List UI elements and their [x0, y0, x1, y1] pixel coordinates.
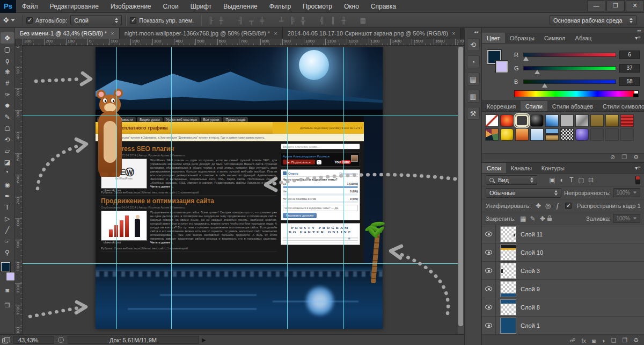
layer-thumbnail[interactable]: [500, 245, 516, 261]
layer-name[interactable]: Слой 11: [521, 231, 543, 238]
layer-row[interactable]: Слой 11: [482, 225, 644, 243]
panel-dock-button[interactable]: ◔: [467, 55, 480, 68]
tool-button[interactable]: ✒: [1, 190, 14, 202]
blend-mode-select[interactable]: Обычные: [486, 188, 561, 198]
vertical-scrollbar[interactable]: [458, 46, 464, 334]
minimize-icon[interactable]: —: [587, 1, 605, 11]
style-swatch[interactable]: [605, 114, 619, 127]
vertical-guide[interactable]: [343, 47, 344, 329]
horizontal-guide[interactable]: [23, 116, 459, 116]
style-swatch[interactable]: [515, 128, 529, 141]
visibility-toggle[interactable]: [482, 225, 496, 243]
layer-filter-icon[interactable]: ⊡: [586, 176, 596, 184]
tab-close-icon[interactable]: ×: [111, 30, 114, 37]
align-icon[interactable]: ╫: [216, 17, 226, 24]
styles-panel-action-icon[interactable]: ⊘: [610, 154, 615, 160]
menu-item[interactable]: Редактирование: [44, 0, 105, 13]
color-value-field[interactable]: 58: [619, 77, 640, 86]
layer-filter-icon[interactable]: ▢: [576, 176, 586, 184]
screen-mode-button[interactable]: ❐: [5, 300, 10, 311]
layer-name[interactable]: Слой 1: [521, 322, 540, 329]
styles-panel-action-icon[interactable]: ♻: [633, 154, 639, 160]
panel-menu-icon[interactable]: ▾≡: [635, 33, 644, 43]
tool-button[interactable]: ✸: [1, 100, 14, 111]
menu-item[interactable]: Слои: [157, 0, 185, 13]
slider-thumb[interactable]: [542, 83, 547, 88]
style-swatch[interactable]: [515, 114, 529, 127]
panel-tab[interactable]: Абзац: [570, 33, 597, 43]
tool-button[interactable]: ❋: [1, 66, 14, 77]
workspace-corner-icon[interactable]: [2, 337, 10, 343]
style-swatch[interactable]: [485, 114, 499, 127]
unify-icon[interactable]: ◎: [543, 202, 553, 210]
quick-mask-button[interactable]: ◙: [5, 285, 9, 296]
lock-icon[interactable]: ▦: [518, 215, 528, 222]
vertical-ruler[interactable]: 0100200300400500600700800900100011001200…: [15, 46, 23, 334]
visibility-toggle[interactable]: [482, 298, 496, 317]
layers-panel-action-icon[interactable]: ❏: [611, 337, 616, 344]
panel-dock-button[interactable]: ▥: [467, 90, 480, 103]
align-icon[interactable]: ╫: [338, 17, 349, 24]
layers-panel-action-icon[interactable]: ☍: [569, 337, 575, 344]
color-slider-track[interactable]: [523, 66, 616, 70]
align-icon[interactable]: ╠: [287, 17, 297, 24]
tool-button[interactable]: ▷: [1, 213, 14, 224]
style-swatch[interactable]: [620, 128, 634, 141]
panel-dock-button[interactable]: ⚒: [467, 107, 480, 120]
menu-item[interactable]: Шрифт: [185, 0, 217, 13]
style-swatch[interactable]: [500, 128, 514, 141]
style-swatch[interactable]: [545, 128, 559, 141]
align-icon[interactable]: ╣: [317, 17, 327, 24]
style-swatch[interactable]: [590, 114, 604, 127]
close-icon[interactable]: ✕: [626, 1, 644, 11]
tool-button[interactable]: ◉: [1, 179, 14, 190]
layer-name[interactable]: Слой 3: [521, 268, 540, 274]
unify-icon[interactable]: ✥: [533, 202, 543, 210]
tool-preset-button[interactable]: ✥: [0, 16, 18, 24]
style-swatch[interactable]: [560, 128, 574, 141]
color-value-field[interactable]: 6: [619, 51, 640, 59]
tool-button[interactable]: #: [1, 77, 14, 89]
canvas-viewport[interactable]: ГлавнаяНовостиВидео урокиУроки веб масте…: [23, 46, 464, 334]
style-swatch[interactable]: [590, 128, 604, 141]
style-swatch[interactable]: [605, 128, 619, 141]
expand-panels-icon[interactable]: ◂◂: [471, 28, 481, 36]
visibility-toggle[interactable]: [482, 262, 496, 280]
tool-button[interactable]: ☞: [1, 235, 14, 247]
tool-button[interactable]: ❜: [1, 168, 14, 179]
panel-tab[interactable]: Стили абзацев: [547, 101, 598, 111]
autoselect-target-select[interactable]: Слой: [70, 15, 122, 25]
layer-name[interactable]: Слой 9: [521, 286, 540, 292]
panel-tab[interactable]: Стили: [521, 101, 547, 111]
align-icon[interactable]: ╪: [257, 17, 267, 24]
ruler-origin-corner[interactable]: [15, 39, 23, 46]
menu-item[interactable]: Окно: [338, 0, 365, 13]
layer-thumbnail[interactable]: [500, 226, 516, 242]
menu-item[interactable]: Выделение: [217, 0, 264, 13]
panel-tab[interactable]: Каналы: [506, 163, 537, 173]
layer-filter-select[interactable]: Вид: [486, 175, 537, 185]
slider-thumb[interactable]: [523, 56, 529, 61]
style-swatch[interactable]: [485, 128, 499, 141]
panel-dock-button[interactable]: ⟲: [467, 38, 480, 51]
tool-button[interactable]: ✥: [1, 32, 14, 44]
layer-thumbnail[interactable]: [500, 299, 516, 315]
color-slider-track[interactable]: [523, 53, 616, 57]
document-tab[interactable]: night-moon-wallpaper-1366x768.jpg @ 50% …: [120, 28, 283, 39]
layer-name[interactable]: Слой 10: [521, 249, 543, 256]
style-swatch[interactable]: [530, 128, 544, 141]
show-transform-controls-checkbox[interactable]: [130, 17, 136, 24]
status-expand-icon[interactable]: ▶: [202, 337, 206, 343]
tool-button[interactable]: T: [1, 202, 14, 213]
tool-button[interactable]: ⚲: [1, 247, 14, 258]
panel-tab[interactable]: Символ: [539, 33, 570, 43]
layer-filter-icon[interactable]: ◐: [557, 176, 567, 184]
tool-button[interactable]: ✑: [1, 89, 14, 100]
tool-button[interactable]: ⟲: [1, 134, 14, 145]
zoom-level-field[interactable]: 43,43%: [13, 336, 54, 344]
panel-dock-button[interactable]: ▤: [467, 73, 480, 85]
menu-item[interactable]: Файл: [16, 0, 44, 13]
tool-button[interactable]: ▢: [1, 44, 14, 55]
visibility-toggle[interactable]: [482, 317, 496, 335]
style-swatch[interactable]: [530, 114, 544, 127]
